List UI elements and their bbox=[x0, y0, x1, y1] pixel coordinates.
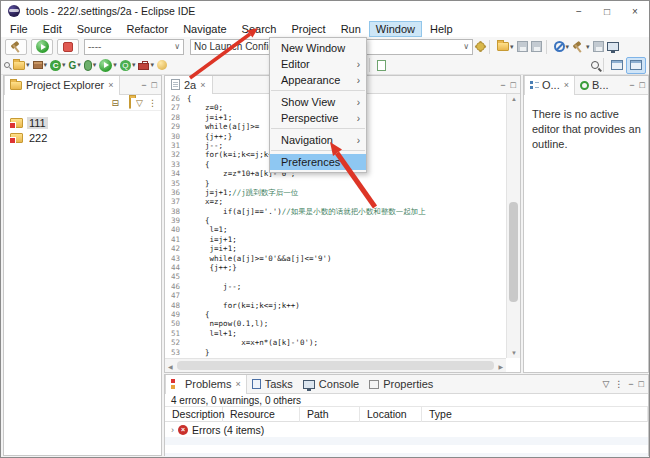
run-button[interactable] bbox=[31, 39, 53, 55]
filter-icon[interactable]: ▽ bbox=[136, 98, 143, 108]
menu-item[interactable]: New Window bbox=[270, 40, 366, 56]
menubar-item[interactable]: Search bbox=[235, 21, 284, 37]
tab-outline[interactable]: O... × bbox=[524, 76, 575, 95]
chevron-down-icon[interactable]: ▾ bbox=[77, 61, 81, 69]
tab-project-explorer[interactable]: Project Explorer × bbox=[4, 76, 120, 95]
menubar-item[interactable]: Refactor bbox=[120, 21, 176, 37]
open-console-button[interactable] bbox=[607, 39, 619, 55]
chevron-down-icon[interactable]: ▾ bbox=[132, 61, 136, 69]
tab-tasks[interactable]: Tasks bbox=[247, 375, 298, 394]
tree-item[interactable]: 111 bbox=[10, 115, 161, 130]
menu-item[interactable]: Editor › bbox=[270, 56, 366, 72]
tab-console[interactable]: Console bbox=[298, 375, 364, 394]
minimize-button[interactable]: − bbox=[565, 1, 593, 21]
menubar-item[interactable]: Edit bbox=[36, 21, 69, 37]
scroll-right-icon[interactable]: ▶ bbox=[498, 363, 503, 370]
save-button[interactable] bbox=[517, 39, 528, 55]
menubar-item[interactable]: File bbox=[3, 21, 35, 37]
tree-item[interactable]: 222 bbox=[10, 130, 161, 145]
coverage-button[interactable] bbox=[593, 39, 604, 55]
chevron-down-icon[interactable]: ▾ bbox=[62, 61, 66, 69]
maximize-button[interactable]: □ bbox=[593, 1, 621, 21]
menu-item[interactable]: Appearance › bbox=[270, 72, 366, 88]
search-button[interactable] bbox=[591, 57, 599, 73]
java-perspective-button[interactable] bbox=[626, 57, 646, 74]
menu-item[interactable]: Show View › bbox=[270, 94, 366, 110]
chevron-down-icon[interactable]: ▾ bbox=[586, 43, 590, 51]
chevron-down-icon[interactable]: ▾ bbox=[26, 61, 30, 69]
new-button[interactable]: ▾ bbox=[497, 39, 514, 55]
menu-item[interactable]: Navigation › bbox=[270, 132, 366, 148]
expander-icon[interactable]: › bbox=[171, 425, 174, 435]
menu-item[interactable] bbox=[271, 126, 365, 129]
tab-b[interactable]: B... bbox=[575, 76, 614, 95]
column-header[interactable] bbox=[640, 407, 648, 422]
launch-bar-combo[interactable]: ---- ∨ bbox=[84, 39, 184, 55]
menu-item[interactable] bbox=[271, 88, 365, 91]
tab-properties[interactable]: Properties bbox=[364, 375, 438, 394]
menubar-item[interactable]: Help bbox=[423, 21, 460, 37]
tab-problems[interactable]: Problems × bbox=[165, 375, 247, 394]
minimize-panel-icon[interactable]: − bbox=[141, 80, 146, 90]
new-package-button[interactable]: ▾ bbox=[33, 57, 48, 73]
last-edit-location-button[interactable] bbox=[377, 57, 386, 73]
save-all-button[interactable] bbox=[531, 39, 542, 55]
column-header[interactable]: Resource bbox=[223, 407, 300, 422]
minimize-panel-icon[interactable]: − bbox=[500, 80, 505, 90]
external-tools-button[interactable]: ▾ bbox=[138, 57, 154, 73]
column-header[interactable]: Description bbox=[165, 407, 223, 422]
view-menu-icon[interactable]: ⋮ bbox=[148, 98, 157, 108]
close-button[interactable]: × bbox=[621, 1, 649, 21]
menubar-item[interactable]: Run bbox=[334, 21, 368, 37]
new-wizard-button[interactable] bbox=[5, 39, 27, 55]
vertical-scrollbar[interactable]: ▲ ▼ bbox=[506, 94, 520, 358]
coverage-as-button[interactable]: G▾ bbox=[69, 57, 81, 73]
horizontal-scrollbar[interactable]: ◀ ▶ bbox=[165, 358, 506, 372]
close-icon[interactable]: × bbox=[108, 80, 113, 90]
close-icon[interactable]: × bbox=[235, 379, 240, 389]
maximize-panel-icon[interactable]: □ bbox=[640, 80, 645, 90]
scroll-up-icon[interactable]: ▲ bbox=[511, 96, 517, 102]
launch-settings-button[interactable] bbox=[476, 39, 485, 55]
maximize-panel-icon[interactable]: □ bbox=[152, 80, 157, 90]
menu-item[interactable]: Preferences bbox=[270, 154, 366, 170]
chevron-down-icon[interactable]: ∨ bbox=[174, 42, 180, 51]
skip-breakpoints-button[interactable]: ▾ bbox=[554, 39, 570, 55]
debug-button[interactable]: ▾ bbox=[84, 57, 97, 73]
menubar-item[interactable]: Project bbox=[284, 21, 332, 37]
filter-icon[interactable]: ▽ bbox=[602, 379, 609, 389]
menubar-item[interactable]: Navigate bbox=[176, 21, 233, 37]
view-menu-icon[interactable]: ⋮ bbox=[614, 379, 623, 389]
chevron-down-icon[interactable]: ▾ bbox=[566, 43, 570, 51]
open-perspective-button[interactable] bbox=[608, 57, 626, 74]
menu-item[interactable]: Perspective › bbox=[270, 110, 366, 126]
column-header[interactable]: Path bbox=[300, 407, 360, 422]
chevron-down-icon[interactable]: ▾ bbox=[510, 43, 514, 51]
collapse-all-icon[interactable]: ⊟ bbox=[112, 98, 120, 108]
vertical-scroll-thumb[interactable] bbox=[509, 202, 518, 302]
scroll-down-icon[interactable]: ▼ bbox=[511, 350, 517, 356]
chevron-down-icon[interactable]: ▾ bbox=[93, 61, 97, 69]
chevron-down-icon[interactable]: ▾ bbox=[113, 61, 117, 69]
maximize-panel-icon[interactable]: □ bbox=[511, 80, 516, 90]
run-as-button[interactable]: ▾ bbox=[99, 57, 117, 73]
tab-editor-2a[interactable]: 2a × bbox=[165, 76, 213, 94]
build-all-button[interactable]: ▾ bbox=[572, 39, 590, 55]
horizontal-scroll-thumb[interactable] bbox=[177, 361, 494, 370]
maximize-panel-icon[interactable]: □ bbox=[639, 379, 644, 389]
minimize-panel-icon[interactable]: − bbox=[628, 379, 633, 389]
chevron-down-icon[interactable]: ∨ bbox=[463, 42, 469, 51]
new-class-button[interactable]: C▾ bbox=[50, 57, 66, 73]
close-icon[interactable]: × bbox=[564, 80, 569, 90]
close-icon[interactable]: × bbox=[200, 80, 205, 90]
scroll-left-icon[interactable]: ◀ bbox=[168, 363, 173, 370]
minimize-panel-icon[interactable]: − bbox=[629, 80, 634, 90]
menu-item[interactable] bbox=[271, 148, 365, 151]
chevron-down-icon[interactable]: ▾ bbox=[44, 61, 48, 69]
new-project-button[interactable]: ▾ bbox=[13, 57, 30, 73]
open-element-button[interactable] bbox=[157, 57, 167, 73]
profile-button[interactable]: Q▾ bbox=[120, 57, 136, 73]
annotation-search-button[interactable] bbox=[4, 57, 10, 73]
errors-group-row[interactable]: › × Errors (4 items) bbox=[165, 422, 648, 437]
column-header[interactable]: Type bbox=[422, 407, 640, 422]
